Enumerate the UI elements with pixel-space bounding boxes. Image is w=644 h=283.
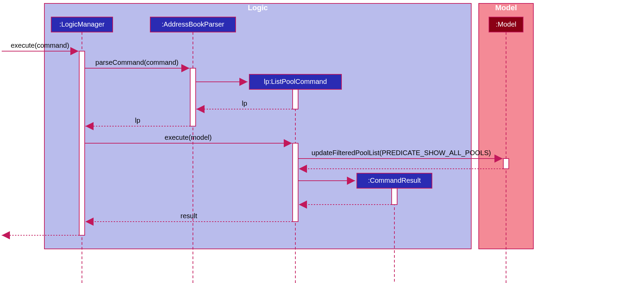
frame-logic-label: Logic	[248, 3, 268, 12]
participant-model-label: :Model	[496, 20, 516, 28]
frame-model	[479, 3, 533, 249]
frame-logic	[44, 3, 471, 249]
participant-command-result-label: :CommandResult	[368, 177, 421, 184]
msg-return-lp2: lp	[135, 117, 140, 124]
activation-address-book-parser	[190, 68, 196, 126]
activation-logic-manager	[79, 51, 85, 235]
msg-execute-command: execute(command)	[11, 42, 69, 49]
sequence-diagram: Logic Model :LogicManager :AddressBookPa…	[0, 0, 644, 283]
participant-list-pool-command-label: lp:ListPoolCommand	[264, 78, 327, 85]
msg-result: result	[181, 212, 197, 220]
frame-model-label: Model	[495, 3, 517, 12]
msg-execute-model: execute(model)	[165, 134, 212, 141]
activation-list-pool-command-1	[293, 89, 298, 109]
participant-logic-manager-label: :LogicManager	[59, 20, 105, 28]
activation-command-result	[392, 188, 397, 205]
msg-return-lp1: lp	[242, 100, 247, 107]
msg-parse-command: parseCommand(command)	[95, 59, 178, 66]
msg-update-filtered-pool-list: updateFilteredPoolList(PREDICATE_SHOW_AL…	[311, 149, 491, 157]
activation-model	[503, 159, 509, 169]
activation-list-pool-command-2	[293, 143, 298, 222]
participant-address-book-parser-label: :AddressBookParser	[162, 20, 224, 28]
